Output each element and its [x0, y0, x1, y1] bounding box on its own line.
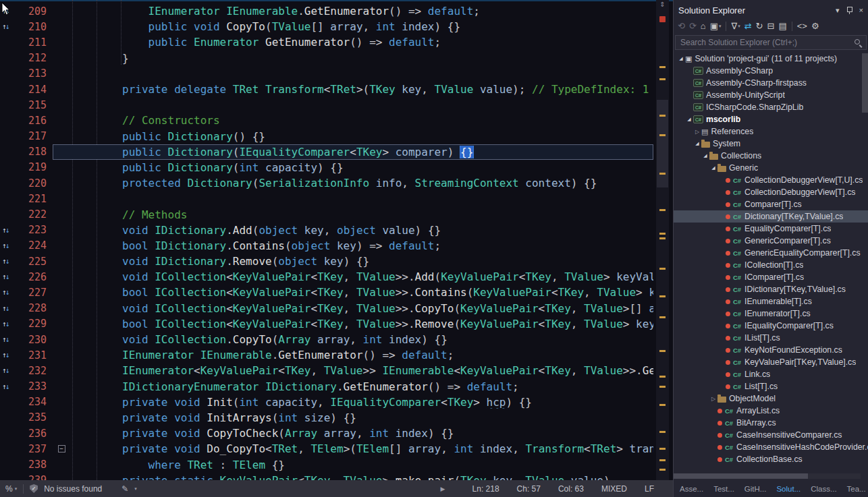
pen-icon[interactable]: ✎ [121, 484, 128, 494]
line-number[interactable]: 219 [18, 161, 53, 173]
implements-interface-icon[interactable]: ↑↓ [0, 336, 18, 343]
code-line[interactable]: 239 private static KeyValuePair<TKey, TV… [0, 473, 656, 480]
line-number[interactable]: 217 [18, 130, 53, 142]
tree-item[interactable]: C#CollectionBase.cs [674, 453, 868, 465]
code-line[interactable]: 211 public Enumerator GetEnumerator() =>… [0, 34, 656, 50]
panel-tab-asse[interactable]: Asse... [680, 485, 703, 493]
line-number[interactable]: 218 [18, 146, 53, 158]
code-line[interactable]: ↑↓230 void ICollection.CopyTo(Array arra… [0, 332, 656, 347]
indent-mode-indicator[interactable]: MIXED [601, 484, 627, 494]
implements-interface-icon[interactable]: ↑↓ [0, 383, 18, 390]
tree-item[interactable]: C#ArrayList.cs [674, 405, 868, 417]
implements-interface-icon[interactable]: ↑↓ [0, 305, 18, 312]
tree-item[interactable]: C#List[T].cs [674, 380, 868, 392]
line-indicator[interactable]: Ln: 218 [472, 484, 499, 494]
tree-item[interactable]: C#Assembly-CSharp [674, 65, 868, 77]
line-number[interactable]: 227 [18, 287, 53, 299]
collapse-arrow-icon[interactable]: ◢ [709, 165, 717, 171]
tree-item[interactable]: C#Assembly-UnityScript [674, 89, 868, 101]
line-number[interactable]: 237 [18, 443, 53, 455]
code-line[interactable]: 217 public Dictionary() {} [0, 129, 656, 144]
tree-item[interactable]: ◢C#mscorlib [674, 113, 868, 125]
code-line[interactable]: 215 [0, 97, 656, 113]
implements-interface-icon[interactable]: ↑↓ [0, 289, 18, 296]
refresh-icon[interactable]: ↻ [754, 21, 765, 31]
panel-tab-solut[interactable]: Solut... [776, 485, 801, 493]
collapse-arrow-icon[interactable]: ◢ [701, 153, 709, 158]
line-number[interactable]: 228 [18, 302, 53, 314]
search-input[interactable] [679, 37, 854, 48]
line-number[interactable]: 216 [18, 115, 53, 127]
line-number[interactable]: 220 [18, 177, 53, 189]
panel-tab-tea[interactable]: Tea... [847, 485, 866, 493]
code-line[interactable]: 238 where TRet : TElem {} [0, 457, 656, 472]
tree-item[interactable]: C#CollectionDebuggerView[T,U].cs [674, 174, 868, 186]
show-all-files-icon[interactable]: ▤ [776, 21, 788, 31]
tree-item[interactable]: C#ICollection[T].cs [674, 259, 868, 271]
code-line[interactable]: ↑↓225 void IDictionary.Remove(object key… [0, 254, 656, 269]
line-number[interactable]: 239 [18, 474, 53, 480]
code-line[interactable]: ↑↓209 IEnumerator IEnumerable.GetEnumera… [0, 3, 656, 19]
implements-interface-icon[interactable]: ↑↓ [0, 242, 18, 250]
line-number[interactable]: 215 [18, 99, 53, 111]
line-number[interactable]: 214 [18, 84, 53, 96]
code-line[interactable]: ↑↓224 bool IDictionary.Contains(object k… [0, 238, 656, 254]
line-number[interactable]: 235 [18, 411, 53, 423]
line-number[interactable]: 211 [18, 36, 53, 49]
fold-collapse-icon[interactable]: − [58, 445, 65, 452]
expand-arrow-icon[interactable]: ▷ [693, 129, 701, 135]
code-line[interactable]: 234 private void Init(int capacity, IEqu… [0, 394, 656, 410]
switch-views-icon[interactable]: ▣▾ [708, 21, 724, 31]
tree-item[interactable]: C#IList[T].cs [674, 332, 868, 344]
chevron-down-icon[interactable]: ▾ [134, 486, 137, 492]
collapse-arrow-icon[interactable]: ◢ [677, 56, 685, 61]
code-line[interactable]: ↑↓228 void ICollection<KeyValuePair<TKey… [0, 301, 656, 316]
tree-item[interactable]: ▷▤References [674, 125, 868, 138]
panel-tab-test[interactable]: Test... [713, 485, 734, 493]
code-editor[interactable]: ↑↓209 IEnumerator IEnumerable.GetEnumera… [0, 0, 673, 480]
line-number[interactable]: 229 [18, 318, 53, 330]
code-line[interactable]: 236 private void CopyToCheck(Array array… [0, 426, 656, 441]
search-box[interactable] [675, 35, 867, 50]
code-line[interactable]: 237− private void Do_CopyTo<TRet, TElem>… [0, 441, 656, 457]
line-number[interactable]: 224 [18, 239, 53, 252]
tree-item[interactable]: C#GenericComparer[T].cs [674, 235, 868, 247]
line-number[interactable]: 209 [18, 5, 53, 18]
tree-item[interactable]: ◢Generic [674, 162, 868, 174]
code-line[interactable]: ↑↓223 void IDictionary.Add(object key, o… [0, 223, 656, 238]
tree-item[interactable]: C#Link.cs [674, 368, 868, 380]
implements-interface-icon[interactable]: ↑↓ [0, 320, 18, 328]
implements-interface-icon[interactable]: ↑↓ [0, 227, 18, 234]
tree-item[interactable]: C#CaseInsensitiveComparer.cs [674, 429, 868, 441]
tree-item[interactable]: C#EqualityComparer[T].cs [674, 223, 868, 235]
close-icon[interactable]: × [859, 6, 863, 14]
view-code-icon[interactable]: <> [795, 21, 809, 31]
tree-vertical-scrollbar[interactable] [862, 53, 868, 113]
editor-scrollbar[interactable]: ⇕ [656, 0, 669, 480]
code-line[interactable]: ↑↓227 bool ICollection<KeyValuePair<TKey… [0, 285, 656, 300]
code-line[interactable]: 221 [0, 191, 656, 206]
char-indicator[interactable]: Ch: 57 [517, 484, 541, 494]
filter-icon[interactable]: ∇▾ [729, 21, 742, 31]
tree-item[interactable]: C#Dictionary[TKey,TValue].cs [674, 210, 868, 223]
tree-item[interactable]: C#CollectionDebuggerView[T].cs [674, 186, 868, 198]
tree-item[interactable]: ◢System [674, 138, 868, 150]
health-check-icon[interactable]: ✓ [30, 484, 38, 493]
column-indicator[interactable]: Col: 63 [558, 484, 584, 494]
tree-item[interactable]: ◢▣Solution 'project-gui' (11 of 11 proje… [674, 53, 868, 65]
tree-item[interactable]: C#KeyNotFoundException.cs [674, 344, 868, 356]
code-line[interactable]: 218 public Dictionary(IEqualityComparer<… [0, 144, 656, 160]
tree-horizontal-scrollbar[interactable] [674, 473, 861, 479]
code-line[interactable]: 220 protected Dictionary(SerializationIn… [0, 175, 656, 191]
line-number[interactable]: 238 [18, 459, 53, 471]
line-number[interactable]: 226 [18, 271, 53, 283]
code-line[interactable]: 222 // Methods [0, 206, 656, 222]
caret-right-icon[interactable]: ▶ [441, 486, 445, 492]
line-number[interactable]: 232 [18, 365, 53, 377]
outlining-margin[interactable]: − [53, 445, 70, 452]
issues-status[interactable]: No issues found [44, 484, 102, 494]
tree-item[interactable]: C#CaseInsensitiveHashCodeProvider.cs [674, 441, 868, 453]
code-line[interactable]: ↑↓233 IDictionaryEnumerator IDictionary.… [0, 379, 656, 394]
collapse-arrow-icon[interactable]: ◢ [693, 141, 701, 146]
forward-icon[interactable]: ⟳ [687, 21, 699, 31]
